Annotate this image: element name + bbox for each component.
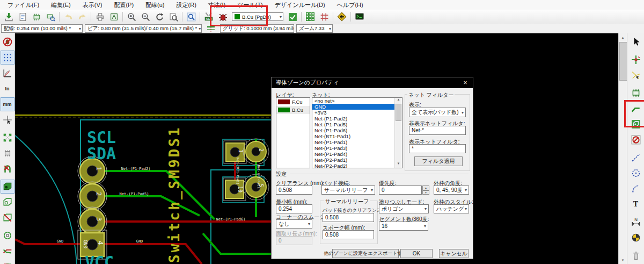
clearance-input[interactable]: 0.508	[276, 185, 312, 195]
net-item[interactable]: Net-(P1-Pad4)	[312, 151, 395, 157]
net-item[interactable]: Net-(BT1-Pad1)	[312, 133, 395, 139]
zoom-in-icon[interactable]	[125, 11, 138, 23]
library-browser-icon[interactable]	[43, 11, 57, 23]
menu-help[interactable]: ヘルプ(H)	[337, 1, 363, 9]
ok-button[interactable]: OK	[400, 249, 433, 258]
net-list-scrollbar[interactable]: ▲ ▼	[394, 98, 402, 168]
export-settings-button[interactable]: 他のゾーンに設定をエクスポートする	[332, 249, 399, 258]
script-console-icon[interactable]	[353, 11, 367, 23]
add-line-icon[interactable]	[629, 151, 643, 165]
grid-style-icon[interactable]	[317, 11, 331, 23]
add-keepout-icon[interactable]	[629, 133, 643, 147]
layer-pair-icon[interactable]	[286, 11, 299, 23]
canvas-vscrollbar[interactable]: ▲ ▼	[618, 33, 627, 264]
menu-place[interactable]: 配置(P)	[114, 1, 134, 9]
outline-style-selector[interactable]: ハッチング▾	[434, 204, 469, 213]
net-item[interactable]: Net-(P2-Pad2)	[312, 163, 395, 168]
menu-dimensions[interactable]: 寸法(I)	[208, 1, 225, 9]
net-item[interactable]: Net-(P1-Pad1)	[312, 139, 395, 145]
zone-nofill-mode-icon[interactable]	[1, 211, 14, 225]
zone-outline-mode-icon[interactable]	[1, 195, 14, 209]
erc-bug-icon[interactable]	[216, 11, 230, 23]
delete-tool-icon[interactable]	[629, 248, 643, 262]
menu-preferences[interactable]: 設定(R)	[177, 1, 196, 9]
priority-input[interactable]: 0	[379, 185, 422, 195]
close-icon[interactable]: ×	[458, 77, 473, 88]
netlist-icon[interactable]: NET	[202, 11, 216, 23]
module-ratsnest-icon[interactable]	[1, 146, 14, 160]
fill-mode-selector[interactable]: ポリゴン▾	[379, 204, 429, 213]
min-width-input[interactable]: 0.254	[276, 204, 312, 213]
add-dimension-icon[interactable]: N	[629, 215, 643, 229]
scroll-up-icon[interactable]: ▲	[619, 33, 627, 41]
save-icon[interactable]	[2, 11, 16, 23]
menu-design-rules[interactable]: デザインルール(D)	[275, 1, 325, 9]
add-zone-icon[interactable]	[629, 117, 643, 131]
plot-icon[interactable]	[107, 11, 121, 23]
net-item-selected[interactable]: GND	[312, 104, 395, 110]
via-size-selector[interactable]: ビア: 0.80 mm (31.5 mils)/ 0.40 mm (15.7 m…	[85, 24, 202, 33]
auto-track-width-icon[interactable]	[204, 24, 218, 33]
scrollbar-thumb[interactable]	[396, 104, 401, 121]
add-arc-icon[interactable]	[629, 182, 643, 196]
layer-list[interactable]: F.Cu B.Cu	[276, 97, 310, 168]
zoom-redraw-icon[interactable]	[152, 11, 166, 23]
hidden-filter-input[interactable]: Net-*	[409, 126, 466, 135]
high-contrast-icon[interactable]	[1, 260, 14, 264]
cancel-button[interactable]: キャンセル	[439, 249, 469, 258]
spoke-width-input[interactable]: 0.508	[323, 230, 374, 239]
net-item[interactable]: Net-(P1-Pad2)	[312, 116, 395, 122]
menu-route[interactable]: 配線(u)	[145, 1, 164, 9]
net-item[interactable]: Net-(P1-Pad3)	[312, 145, 395, 151]
antipad-input[interactable]: 0.508	[323, 213, 374, 222]
layer-row-fcu[interactable]: F.Cu	[276, 98, 310, 106]
local-ratsnest-icon[interactable]	[629, 68, 643, 82]
add-text-icon[interactable]: T	[629, 197, 643, 211]
add-circle-icon[interactable]	[629, 166, 643, 180]
undo-icon[interactable]	[61, 11, 75, 23]
visible-filter-input[interactable]: *	[409, 144, 466, 153]
print-icon[interactable]	[93, 11, 107, 23]
menu-edit[interactable]: 編集(E)	[51, 1, 71, 9]
autodelete-track-icon[interactable]	[1, 162, 14, 176]
pad-connection-selector[interactable]: サーマルリリーフ▾	[321, 185, 375, 195]
add-target-icon[interactable]	[629, 231, 643, 245]
zone-fill-mode-icon[interactable]	[1, 180, 14, 194]
scroll-down-icon[interactable]: ▼	[619, 256, 627, 264]
cursor-shape-icon[interactable]	[1, 113, 14, 127]
units-inch-icon[interactable]: In	[1, 82, 14, 96]
dialog-title-bar[interactable]: 導体ゾーンのプロパティ ×	[272, 77, 473, 88]
zoom-selector[interactable]: ズーム7.33 ▾	[296, 24, 333, 33]
scrollbar-thumb[interactable]	[619, 42, 627, 81]
highlight-net-icon[interactable]	[629, 53, 643, 67]
drc-off-icon[interactable]	[1, 35, 14, 49]
layer-selector[interactable]: B.Cu (PgDn) ▾	[232, 12, 283, 21]
display-mode-selector[interactable]: 全て表示(パッド数) ▾	[409, 108, 466, 117]
net-item[interactable]: +3V3	[312, 110, 395, 116]
scroll-up-icon[interactable]: ▲	[395, 98, 402, 104]
menu-file[interactable]: ファイル(F)	[8, 1, 39, 9]
segments-selector[interactable]: 16▾	[379, 222, 428, 231]
net-item[interactable]: Net-(P2-Pad1)	[312, 157, 395, 163]
layer-row-bcu[interactable]: B.Cu	[276, 106, 310, 114]
corner-smoothing-selector[interactable]: なし▾	[276, 219, 312, 229]
ratsnest-warning-icon[interactable]	[335, 11, 349, 23]
via-sketch-icon[interactable]	[1, 229, 14, 242]
redo-icon[interactable]	[75, 11, 89, 23]
scroll-down-icon[interactable]: ▼	[395, 162, 402, 168]
zoom-out-icon[interactable]	[138, 11, 152, 23]
apply-filter-button[interactable]: フィルタ適用	[414, 156, 463, 166]
find-icon[interactable]	[184, 11, 198, 23]
spin-up-icon[interactable]: ▴	[422, 185, 429, 190]
zoom-fit-icon[interactable]	[166, 11, 180, 23]
net-item[interactable]: Net-(P1-Pad6)	[312, 127, 395, 133]
polar-coords-icon[interactable]	[1, 66, 14, 80]
track-width-selector[interactable]: 配線: 0.254 mm (10.00 mils) * ▾	[1, 24, 83, 33]
select-tool-icon[interactable]	[629, 35, 643, 49]
net-item[interactable]: <no net>	[312, 98, 395, 104]
pads-visibility-icon[interactable]	[303, 11, 317, 23]
net-list[interactable]: <no net> GND +3V3 Net-(P1-Pad2) Net-(P1-…	[312, 97, 402, 168]
footprint-editor-icon[interactable]	[30, 11, 43, 23]
menu-view[interactable]: 表示(V)	[83, 1, 103, 9]
spin-down-icon[interactable]: ▾	[422, 190, 429, 195]
